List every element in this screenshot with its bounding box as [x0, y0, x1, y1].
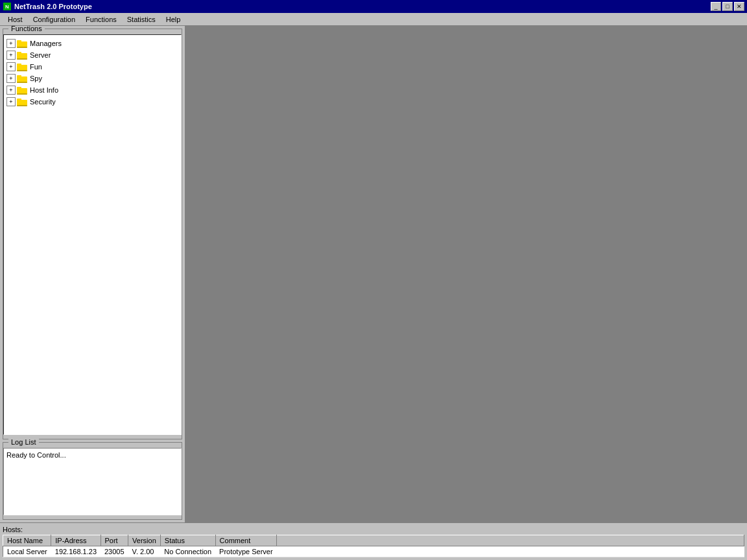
- menu-configuration[interactable]: Configuration: [28, 14, 80, 25]
- hosts-table-header: Host Name IP-Adress Port Version Status …: [3, 535, 744, 546]
- folder-icon-managers: [17, 39, 27, 48]
- svg-rect-4: [17, 47, 27, 48]
- col-extra: [277, 535, 744, 546]
- col-host-name: Host Name: [3, 535, 51, 546]
- expand-fun[interactable]: +: [6, 62, 16, 71]
- tree-label-host-info: Host Info: [30, 86, 58, 94]
- expand-security[interactable]: +: [6, 97, 16, 106]
- tree-item-host-info[interactable]: + Host Info: [5, 84, 180, 96]
- tree-item-server[interactable]: + Server: [5, 49, 180, 61]
- functions-tree[interactable]: + Managers + Server: [3, 34, 182, 435]
- table-row[interactable]: Local Server192.168.1.2323005V. 2.00No C…: [3, 546, 744, 557]
- minimize-button[interactable]: _: [711, 2, 721, 11]
- main-content: Functions + Managers +: [0, 26, 747, 522]
- window-title: NetTrash 2.0 Prototype: [14, 3, 92, 10]
- svg-rect-18: [17, 99, 21, 101]
- folder-icon-spy: [17, 74, 27, 83]
- tree-item-fun[interactable]: + Fun: [5, 61, 180, 73]
- close-button[interactable]: ✕: [734, 2, 744, 11]
- menu-host[interactable]: Host: [3, 14, 28, 25]
- tree-label-managers: Managers: [30, 40, 62, 47]
- hosts-table: Host Name IP-Adress Port Version Status …: [3, 535, 744, 557]
- title-buttons: _ □ ✕: [711, 2, 744, 11]
- log-legend: Log List: [8, 438, 39, 446]
- menu-functions[interactable]: Functions: [80, 14, 122, 25]
- log-message: Ready to Control...: [6, 451, 66, 459]
- left-panel: Functions + Managers +: [0, 26, 185, 522]
- svg-rect-16: [17, 93, 27, 95]
- menu-help[interactable]: Help: [161, 14, 186, 25]
- svg-rect-3: [17, 40, 21, 43]
- title-bar: N NetTrash 2.0 Prototype _ □ ✕: [0, 0, 747, 13]
- folder-icon-server: [17, 51, 27, 60]
- tree-item-spy[interactable]: + Spy: [5, 73, 180, 84]
- tree-item-managers[interactable]: + Managers: [5, 38, 180, 49]
- svg-rect-19: [17, 105, 27, 106]
- folder-icon-host-info: [17, 86, 27, 95]
- col-comment: Comment: [215, 535, 277, 546]
- hosts-label: Hosts:: [3, 526, 744, 533]
- tree-label-security: Security: [30, 98, 56, 106]
- maximize-button[interactable]: □: [722, 2, 733, 11]
- expand-spy[interactable]: +: [6, 74, 16, 83]
- tree-label-fun: Fun: [30, 63, 42, 71]
- col-port: Port: [101, 535, 128, 546]
- menu-statistics[interactable]: Statistics: [122, 14, 161, 25]
- expand-server[interactable]: +: [6, 51, 16, 60]
- svg-rect-12: [17, 75, 21, 78]
- col-ip-address: IP-Adress: [51, 535, 101, 546]
- tree-label-server: Server: [30, 51, 51, 59]
- svg-rect-7: [17, 58, 27, 60]
- svg-rect-13: [17, 82, 27, 83]
- svg-rect-9: [17, 64, 21, 66]
- functions-legend: Functions: [8, 26, 45, 32]
- app-icon: N: [3, 2, 12, 11]
- functions-box: Functions + Managers +: [3, 29, 182, 439]
- col-version: Version: [128, 535, 161, 546]
- expand-managers[interactable]: +: [6, 39, 16, 48]
- menu-bar: Host Configuration Functions Statistics …: [0, 13, 747, 26]
- folder-icon-fun: [17, 62, 27, 71]
- hosts-section: Hosts: Host Name IP-Adress Port Version …: [0, 522, 747, 560]
- tree-item-security[interactable]: + Security: [5, 96, 180, 108]
- title-bar-left: N NetTrash 2.0 Prototype: [3, 2, 92, 11]
- expand-host-info[interactable]: +: [6, 86, 16, 95]
- log-content[interactable]: Ready to Control...: [3, 448, 182, 515]
- svg-rect-6: [17, 52, 21, 54]
- col-status: Status: [160, 535, 215, 546]
- svg-rect-10: [17, 70, 27, 71]
- tree-label-spy: Spy: [30, 75, 42, 82]
- right-panel: [185, 26, 747, 522]
- svg-rect-15: [17, 87, 21, 89]
- hosts-tbody: Local Server192.168.1.2323005V. 2.00No C…: [3, 546, 744, 557]
- folder-icon-security: [17, 97, 27, 106]
- log-box: Log List Ready to Control...: [3, 442, 182, 520]
- svg-text:N: N: [5, 4, 9, 10]
